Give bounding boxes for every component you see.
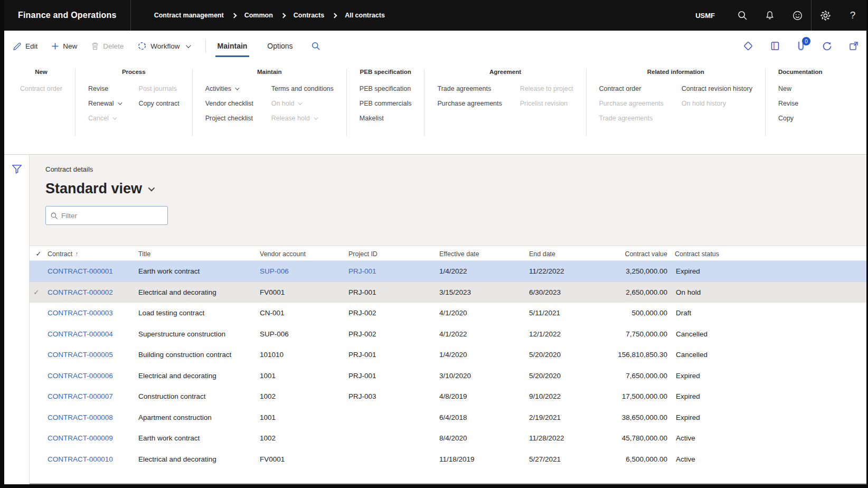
table-row[interactable]: ✓CONTRACT-000002Electrical and decoratin… bbox=[30, 282, 866, 303]
cell-contract[interactable]: CONTRACT-000001 bbox=[48, 267, 138, 275]
tab-maintain-label: Maintain bbox=[218, 42, 248, 50]
cell-status: Expired bbox=[675, 267, 762, 275]
delete-button: Delete bbox=[91, 42, 124, 50]
office-book-icon[interactable] bbox=[770, 41, 780, 51]
settings-gear-icon[interactable] bbox=[812, 0, 839, 31]
refresh-icon[interactable] bbox=[822, 41, 833, 52]
cell-status: Expired bbox=[675, 392, 762, 400]
column-header-contract-status[interactable]: Contract status bbox=[675, 250, 762, 258]
column-header-end-date[interactable]: End date bbox=[529, 250, 612, 258]
cell-project[interactable]: PRJ-001 bbox=[348, 267, 439, 275]
cell-project: PRJ-001 bbox=[348, 372, 439, 380]
edit-label: Edit bbox=[25, 42, 37, 50]
cell-effective: 4/1/2022 bbox=[439, 330, 529, 338]
search-icon[interactable] bbox=[729, 0, 756, 31]
row-checkmark[interactable]: ✓ bbox=[30, 288, 48, 296]
new-button[interactable]: New bbox=[51, 42, 77, 50]
table-row[interactable]: CONTRACT-000004Superstructure constructi… bbox=[30, 324, 866, 345]
table-row[interactable]: CONTRACT-000003Load testing contractCN-0… bbox=[30, 303, 866, 324]
chevron-down-icon bbox=[148, 185, 155, 192]
grid-body: CONTRACT-000001Earth work contractSUP-00… bbox=[30, 261, 866, 470]
chevron-down-icon bbox=[298, 100, 303, 105]
edit-button[interactable]: Edit bbox=[13, 42, 37, 51]
new-label: New bbox=[63, 42, 77, 50]
help-icon[interactable]: ? bbox=[839, 0, 866, 31]
ribbon-item-copy[interactable]: Copy bbox=[778, 111, 798, 126]
breadcrumb-page[interactable]: All contracts bbox=[345, 12, 385, 19]
view-selector[interactable]: Standard view bbox=[45, 181, 866, 197]
open-in-new-window-icon[interactable] bbox=[848, 41, 859, 51]
table-row[interactable]: CONTRACT-000009Earth work contract10028/… bbox=[30, 428, 866, 449]
cell-end: 5/11/2021 bbox=[529, 309, 612, 317]
notifications-bell-icon[interactable] bbox=[756, 0, 784, 31]
tab-maintain[interactable]: Maintain bbox=[215, 31, 250, 61]
section-label: Contract details bbox=[45, 165, 866, 173]
table-row[interactable]: CONTRACT-000006Electrical and decorating… bbox=[30, 365, 866, 387]
cell-contract[interactable]: CONTRACT-000003 bbox=[48, 309, 138, 317]
cell-contract[interactable]: CONTRACT-000009 bbox=[48, 434, 138, 442]
ribbon-item-makelist[interactable]: Makelist bbox=[360, 111, 412, 126]
ribbon-group-title: New bbox=[20, 69, 62, 75]
ribbon-item-contract-order[interactable]: Contract order bbox=[599, 81, 664, 96]
ribbon-item-trade-agreements[interactable]: Trade agreements bbox=[437, 81, 502, 96]
ribbon-item-revise[interactable]: Revise bbox=[88, 81, 121, 96]
column-header-project-id[interactable]: Project ID bbox=[348, 250, 439, 258]
ribbon-item-copy-contract[interactable]: Copy contract bbox=[139, 96, 180, 111]
cell-contract[interactable]: CONTRACT-000007 bbox=[48, 392, 138, 400]
cell-contract[interactable]: CONTRACT-000006 bbox=[48, 372, 138, 380]
filter-funnel-icon[interactable] bbox=[11, 163, 23, 484]
cell-contract[interactable]: CONTRACT-000005 bbox=[48, 351, 138, 359]
list-page: Contract details Standard view ✓Contract… bbox=[30, 155, 866, 484]
ribbon-item-renewal[interactable]: Renewal bbox=[88, 96, 121, 111]
ribbon-item-vendor-checklist[interactable]: Vendor checklist bbox=[205, 96, 253, 111]
ribbon-item-contract-revision-history[interactable]: Contract revision history bbox=[682, 81, 752, 96]
ribbon-item-activities[interactable]: Activities bbox=[205, 81, 253, 96]
breadcrumb-module[interactable]: Contract management bbox=[154, 12, 224, 19]
sort-ascending-icon: ↑ bbox=[75, 250, 78, 258]
table-row[interactable]: CONTRACT-000001Earth work contractSUP-00… bbox=[30, 261, 866, 282]
workflow-button[interactable]: Workflow bbox=[137, 41, 189, 51]
cell-status: Cancelled bbox=[675, 351, 762, 359]
actionbar-search-icon[interactable] bbox=[311, 41, 320, 51]
ribbon-item-contract-order: Contract order bbox=[20, 81, 62, 96]
cell-contract[interactable]: CONTRACT-000004 bbox=[48, 330, 138, 338]
actionbar-right-icons: 0 bbox=[742, 40, 859, 52]
table-row[interactable]: CONTRACT-000007Construction contract1002… bbox=[30, 386, 866, 407]
company-picker[interactable]: USMF bbox=[695, 12, 715, 20]
ribbon-item-new[interactable]: New bbox=[778, 81, 798, 96]
ribbon-item-terms-and-conditions[interactable]: Terms and conditions bbox=[271, 81, 334, 96]
ribbon-item-peb-commercials[interactable]: PEB commercials bbox=[360, 96, 412, 111]
cell-vendor[interactable]: SUP-006 bbox=[260, 267, 348, 275]
column-header-vendor-account[interactable]: Vendor account bbox=[260, 250, 348, 258]
cell-contract[interactable]: CONTRACT-000008 bbox=[48, 414, 138, 421]
table-row[interactable]: CONTRACT-000005Building construction con… bbox=[30, 344, 866, 365]
attachments-icon[interactable]: 0 bbox=[796, 41, 806, 51]
breadcrumb-section[interactable]: Contracts bbox=[294, 12, 324, 19]
ribbon-item-revise[interactable]: Revise bbox=[778, 96, 798, 111]
app-title[interactable]: Finance and Operations bbox=[4, 11, 130, 20]
ribbon-item-project-checklist[interactable]: Project checklist bbox=[205, 111, 253, 126]
power-apps-icon[interactable] bbox=[742, 40, 754, 52]
column-header-title[interactable]: Title bbox=[138, 250, 260, 258]
content-area: Contract details Standard view ✓Contract… bbox=[4, 155, 866, 484]
column-header-effective-date[interactable]: Effective date bbox=[439, 250, 529, 258]
ribbon-item-purchase-agreements[interactable]: Purchase agreements bbox=[437, 96, 502, 111]
table-row[interactable]: CONTRACT-000008Apartment construction100… bbox=[30, 407, 866, 428]
breadcrumb: Contract management Common Contracts All… bbox=[154, 12, 385, 19]
breadcrumb-area[interactable]: Common bbox=[244, 12, 273, 19]
column-header-contract-value[interactable]: Contract value bbox=[612, 250, 675, 258]
select-all-checkmark[interactable]: ✓ bbox=[30, 250, 48, 258]
ribbon-item-peb-specification[interactable]: PEB specification bbox=[360, 81, 412, 96]
ribbon-item-on-hold-history: On hold history bbox=[682, 96, 752, 111]
tab-options[interactable]: Options bbox=[265, 31, 295, 61]
filter-input[interactable] bbox=[61, 212, 163, 220]
cell-status: On hold bbox=[675, 288, 762, 296]
column-header-contract[interactable]: Contract↑ bbox=[48, 250, 138, 258]
feedback-smiley-icon[interactable] bbox=[784, 0, 811, 31]
cell-contract[interactable]: CONTRACT-000010 bbox=[48, 455, 138, 463]
topbar-actions: USMF ? bbox=[695, 0, 866, 31]
quick-filter[interactable] bbox=[45, 206, 168, 225]
table-row[interactable]: CONTRACT-000010Electrical and decorating… bbox=[30, 449, 866, 470]
cell-contract[interactable]: CONTRACT-000002 bbox=[48, 288, 138, 296]
cell-title: Load testing contract bbox=[138, 309, 260, 317]
